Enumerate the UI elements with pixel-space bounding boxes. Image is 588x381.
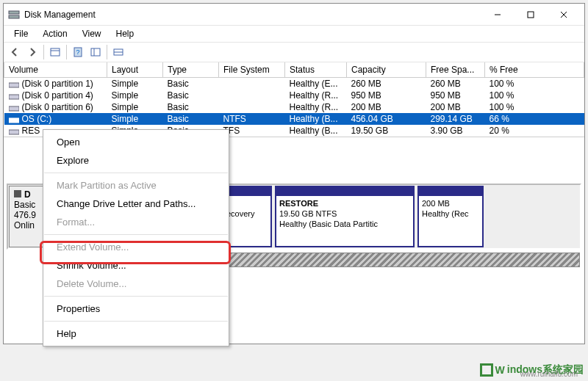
cell-status: Healthy (B... <box>285 113 347 125</box>
cell-status: Healthy (E... <box>285 78 347 90</box>
cm-properties[interactable]: Properties <box>43 300 229 318</box>
menu-view[interactable]: View <box>75 27 109 40</box>
cell-volume: (Disk 0 partition 6) <box>4 101 107 113</box>
cell-type: Basic <box>163 101 219 113</box>
cell-status: Healthy (R... <box>285 101 347 113</box>
partition[interactable]: RESTORE19.50 GB NTFSHealthy (Basic Data … <box>275 186 415 247</box>
cell-capacity: 456.04 GB <box>347 113 426 125</box>
help-button[interactable]: ? <box>70 44 86 60</box>
svg-rect-10 <box>91 48 100 56</box>
cm-change-letter[interactable]: Change Drive Letter and Paths... <box>43 195 229 213</box>
cell-pct: 20 % <box>485 125 584 137</box>
table-header-row: Volume Layout Type File System Status Ca… <box>4 62 584 78</box>
cell-pct: 100 % <box>485 90 584 101</box>
cell-free: 200 MB <box>426 101 485 113</box>
svg-rect-15 <box>9 95 19 99</box>
svg-rect-14 <box>9 83 19 87</box>
table-row[interactable]: OS (C:)SimpleBasicNTFSHealthy (B...456.0… <box>4 113 584 125</box>
cm-separator <box>44 321 228 322</box>
watermark-url: www.ruihaifu.com <box>520 370 578 378</box>
watermark: Windows系统家园 www.ruihaifu.com <box>480 363 584 377</box>
col-status[interactable]: Status <box>285 62 347 78</box>
titlebar: Disk Management <box>4 4 584 26</box>
cell-free: 3.90 GB <box>426 125 485 137</box>
cell-pct: 66 % <box>485 113 584 125</box>
list-button[interactable] <box>110 44 126 60</box>
col-type[interactable]: Type <box>163 62 219 78</box>
svg-rect-6 <box>51 48 60 56</box>
cell-status: Healthy (R... <box>285 90 347 101</box>
toolbar-separator <box>107 45 107 59</box>
close-button[interactable] <box>547 4 580 26</box>
cell-pct: 100 % <box>485 101 584 113</box>
cm-format: Format... <box>43 213 229 231</box>
cell-free: 260 MB <box>426 78 485 90</box>
cell-free: 950 MB <box>426 90 485 101</box>
cell-volume: (Disk 0 partition 4) <box>4 90 107 101</box>
toolbar-separator <box>66 45 67 59</box>
cell-type: Basic <box>163 90 219 101</box>
table-row[interactable]: (Disk 0 partition 6)SimpleBasicHealthy (… <box>4 101 584 113</box>
col-volume[interactable]: Volume <box>4 62 107 78</box>
forward-button[interactable] <box>24 44 40 60</box>
cell-status: Healthy (B... <box>285 125 347 137</box>
menu-help[interactable]: Help <box>109 27 142 40</box>
minimize-button[interactable] <box>481 4 514 26</box>
cell-capacity: 260 MB <box>347 78 426 90</box>
table-row[interactable]: (Disk 0 partition 1)SimpleBasicHealthy (… <box>4 78 584 90</box>
col-layout[interactable]: Layout <box>107 62 163 78</box>
refresh-button[interactable] <box>87 44 104 60</box>
window-title: Disk Management <box>24 10 481 20</box>
back-button[interactable] <box>7 44 23 60</box>
cell-fs <box>219 101 285 113</box>
watermark-logo-icon <box>480 363 493 377</box>
col-filesystem[interactable]: File System <box>219 62 285 78</box>
maximize-button[interactable] <box>514 4 547 26</box>
cell-free: 299.14 GB <box>426 113 485 125</box>
cell-capacity: 19.50 GB <box>347 125 426 137</box>
cm-shrink[interactable]: Shrink Volume... <box>43 256 229 275</box>
cm-separator <box>44 234 228 235</box>
svg-rect-0 <box>9 11 19 14</box>
col-free[interactable]: Free Spa... <box>426 62 485 78</box>
table-row[interactable]: (Disk 0 partition 4)SimpleBasicHealthy (… <box>4 90 584 101</box>
cell-layout: Simple <box>107 90 163 101</box>
svg-rect-3 <box>528 12 534 18</box>
cell-pct: 100 % <box>485 78 584 90</box>
cell-volume: (Disk 0 partition 1) <box>4 78 107 90</box>
cm-delete: Delete Volume... <box>43 275 229 293</box>
cell-layout: Simple <box>107 101 163 113</box>
cm-separator <box>44 173 228 173</box>
svg-rect-18 <box>9 130 19 134</box>
cell-volume: OS (C:) <box>4 113 107 125</box>
cell-fs <box>219 78 285 90</box>
menu-action[interactable]: Action <box>35 27 74 40</box>
cm-help[interactable]: Help <box>43 324 229 343</box>
svg-rect-17 <box>9 118 19 123</box>
volume-table: Volume Layout Type File System Status Ca… <box>4 62 584 137</box>
show-hide-button[interactable] <box>47 44 63 60</box>
toolbar: ? <box>4 42 584 62</box>
cm-mark-active: Mark Partition as Active <box>43 176 229 195</box>
menu-file[interactable]: File <box>7 27 35 40</box>
svg-rect-16 <box>9 106 19 111</box>
cell-layout: Simple <box>107 78 163 90</box>
menubar: File Action View Help <box>4 26 584 42</box>
partition[interactable]: 200 MBHealthy (Rec <box>417 186 484 247</box>
cm-separator <box>44 296 228 297</box>
cell-layout: Simple <box>107 113 163 125</box>
cell-fs <box>219 90 285 101</box>
context-menu: Open Explore Mark Partition as Active Ch… <box>43 129 229 346</box>
cm-open[interactable]: Open <box>43 133 229 151</box>
window-buttons <box>481 4 580 26</box>
cm-extend: Extend Volume... <box>43 238 229 256</box>
cell-type: Basic <box>163 113 219 125</box>
toolbar-separator <box>43 45 44 59</box>
col-pct[interactable]: % Free <box>485 62 584 78</box>
cell-type: Basic <box>163 78 219 90</box>
cm-explore[interactable]: Explore <box>43 151 229 170</box>
svg-text:?: ? <box>76 48 79 56</box>
app-icon <box>8 9 20 21</box>
col-capacity[interactable]: Capacity <box>347 62 426 78</box>
cell-capacity: 950 MB <box>347 90 426 101</box>
